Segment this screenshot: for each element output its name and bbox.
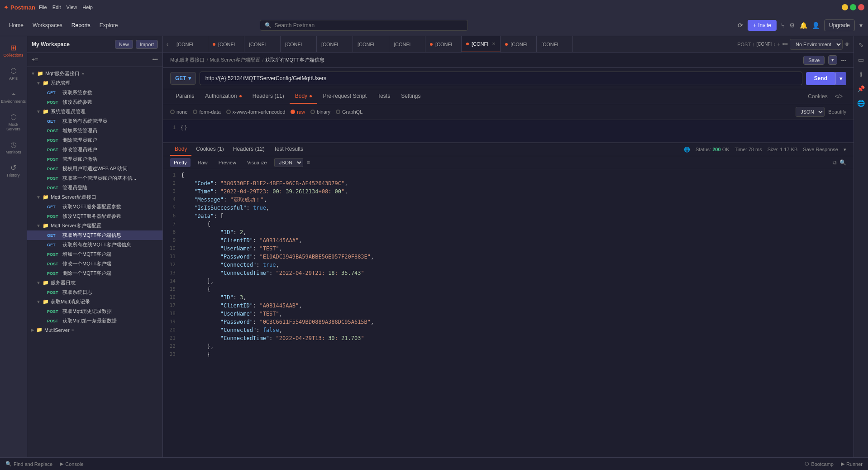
right-icon-panel[interactable]: ▭ [856,54,866,65]
body-option-none[interactable]: none [170,109,187,115]
folder-mqtt-client-config[interactable]: ▼ 📁 Mqtt Server客户端配置 [27,221,162,230]
breadcrumb-link-2[interactable]: Mqtt Server客户端配置 [210,57,260,63]
sidebar-item-apis[interactable]: ⬡ APIs [2,63,25,84]
json-format-select[interactable]: JSON [796,107,825,117]
code-snippet-icon[interactable]: </> [831,90,846,103]
resp-tab-test-results[interactable]: Test Results [269,143,308,156]
add-collection-icon[interactable]: + [32,57,35,63]
more-options-icon[interactable]: ••• [841,58,846,63]
tab-pre-request[interactable]: Pre-request Script [317,89,372,104]
minimize-button[interactable] [842,4,848,10]
list-item[interactable]: POST 删除一个MQTT客户端 [27,269,162,278]
tab-item[interactable]: [CONFI [537,36,573,53]
folder-admin-mgmt[interactable]: ▼ 📁 系统管理员管理 [27,107,162,116]
list-item[interactable]: GET 获取MQTT服务器配置参数 [27,202,162,211]
resp-opt-pretty[interactable]: Pretty [170,158,191,167]
tab-params[interactable]: Params [170,89,200,104]
save-resp-dropdown[interactable]: ▾ [844,147,846,153]
upgrade-button[interactable]: Upgrade [824,19,855,31]
list-item[interactable]: POST 获取Mqtt第一条最新数据 [27,316,162,326]
copy-icon[interactable]: ⧉ [833,159,837,166]
response-format-select[interactable]: JSON [274,158,303,167]
resp-tab-cookies[interactable]: Cookies (1) [191,143,228,156]
search-bar[interactable]: 🔍 Search Postman [260,20,468,31]
new-button[interactable]: New [115,40,133,49]
tab-item-active[interactable]: [CONFI ✕ [462,36,501,53]
list-item[interactable]: GET 获取系统参数 [27,88,162,97]
sidebar-item-environments[interactable]: ⌁ Environments [2,86,25,107]
menu-help[interactable]: Help [82,5,93,10]
invite-button[interactable]: + Invite [748,20,777,31]
resp-tab-headers[interactable]: Headers (12) [229,143,269,156]
folder-server-logs[interactable]: ▼ 📁 服务器日志 [27,278,162,288]
folder-system-mgmt[interactable]: ▼ 📁 系统管理 [27,78,162,88]
tab-settings[interactable]: Settings [396,89,426,104]
resp-opt-raw[interactable]: Raw [194,158,211,167]
nav-reports[interactable]: Reports [68,20,94,30]
tab-item[interactable]: [CONFI [208,36,244,53]
more-icon[interactable]: ••• [152,57,158,63]
more-tabs-icon[interactable]: ••• [782,41,788,48]
list-item[interactable]: GET 获取所有系统管理员 [27,116,162,126]
tab-item[interactable]: [CONFI [317,36,353,53]
folder-multi-server[interactable]: ▶ 📁 MutliServer » [27,326,162,334]
settings-icon[interactable]: ⚙ [789,22,795,29]
body-option-graphql[interactable]: GraphQL [336,109,362,115]
sidebar-item-mock-servers[interactable]: ⬡ Mock Servers [2,109,25,135]
runner-button[interactable]: ▶ Runner [841,461,863,467]
tab-item[interactable]: [CONFI [353,36,389,53]
list-item[interactable]: POST 增加一个MQTT客户端 [27,249,162,259]
list-item[interactable]: GET 获取所有MQTT客户端信息 [27,230,162,240]
tab-item[interactable]: [CONFI [244,36,281,53]
right-icon-globe[interactable]: 🌐 [855,98,867,109]
nav-explore[interactable]: Explore [96,20,122,30]
right-icon-edit[interactable]: ✎ [857,40,866,51]
root-collection-folder[interactable]: ▼ 📁 Mqtt服务器接口 » [27,69,162,78]
list-item[interactable]: POST 获取系统日志 [27,288,162,297]
search-icon[interactable]: 🔍 [839,159,846,166]
add-tab-icon[interactable]: + [777,41,780,48]
find-replace-button[interactable]: 🔍 Find and Replace [5,461,52,467]
nav-workspaces[interactable]: Workspaces [29,20,66,30]
tab-item[interactable]: [CONFI [172,36,208,53]
tab-nav-back[interactable]: ‹ [163,41,172,48]
save-dropdown-icon[interactable]: ▾ [828,55,837,65]
git-icon[interactable]: ⑂ [781,22,785,29]
bootcamp-button[interactable]: ⬡ Bootcamp [805,461,834,467]
save-response-button[interactable]: Save Response [803,147,838,152]
tab-authorization[interactable]: Authorization [200,89,247,104]
menu-file[interactable]: File [39,5,47,10]
list-item[interactable]: POST 管理员账户激活 [27,154,162,164]
list-item[interactable]: POST 管理员登陆 [27,183,162,192]
url-input[interactable] [200,72,802,85]
list-item[interactable]: POST 删除管理员账户 [27,135,162,145]
resp-opt-visualize[interactable]: Visualize [243,158,271,167]
request-editor[interactable]: 1 { } [163,120,854,143]
send-button[interactable]: Send [806,72,835,85]
list-item[interactable]: POST 修改管理员账户 [27,145,162,154]
tab-body[interactable]: Body [290,89,318,104]
list-item[interactable]: POST 获取Mqtt历史记录数据 [27,307,162,316]
right-icon-pin[interactable]: 📌 [855,83,867,94]
import-button[interactable]: Import [136,40,158,49]
save-button[interactable]: Save [803,56,825,65]
tab-item[interactable]: [CONFI [501,36,537,53]
body-option-raw[interactable]: raw [291,109,305,115]
tab-tests[interactable]: Tests [372,89,396,104]
tab-nav-forward[interactable]: › [773,41,775,48]
tab-item[interactable]: [CONFI [281,36,317,53]
environment-select[interactable]: No Environment [790,39,843,50]
list-item[interactable]: POST 修改系统参数 [27,97,162,107]
tab-headers[interactable]: Headers (11) [247,89,290,104]
resp-opt-preview[interactable]: Preview [215,158,240,167]
list-item[interactable]: POST 修改一个MQTT客户端 [27,259,162,269]
tab-item[interactable]: [CONFI [425,36,462,53]
folder-mqtt-server-config[interactable]: ▼ 📁 Mqtt Server配置接口 [27,192,162,202]
body-option-binary[interactable]: binary [310,109,330,115]
menu-edit[interactable]: Edit [52,5,61,10]
list-item[interactable]: POST 获取某一个管理员账户的基本信... [27,173,162,183]
filter-icon[interactable]: ≡ [35,57,38,63]
nav-home[interactable]: Home [5,20,27,30]
body-option-form-data[interactable]: form-data [193,109,220,115]
method-select[interactable]: GET ▾ [170,72,196,85]
